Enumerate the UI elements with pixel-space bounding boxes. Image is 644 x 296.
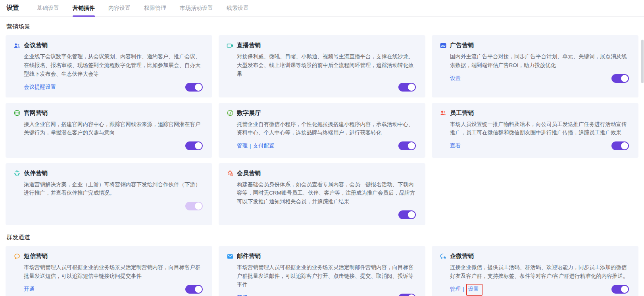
card-employee-marketing: 员工营销 市场人员设置统一推广物料及话术，向公司员工发送推广任务进行活动宣传推广… bbox=[432, 103, 638, 158]
ad-settings-link[interactable]: 设置 bbox=[450, 75, 461, 82]
member-star-icon bbox=[227, 170, 234, 177]
card-title: 企微营销 bbox=[450, 252, 474, 260]
annotation-red-box: 设置 bbox=[466, 284, 483, 296]
card-email-marketing: 邮件营销 市场营销管理人员可根据企业的业务场景灵活定制邮件营销内容，向目标客户群… bbox=[219, 246, 425, 296]
card-title: 邮件营销 bbox=[237, 252, 261, 260]
card-title: 数字展厅 bbox=[237, 109, 261, 117]
card-description: 渠道营销解决方案，企业（上游）可将营销内容下发给到合作伙伴（下游）进行推广，并查… bbox=[24, 180, 203, 198]
card-title: 官网营销 bbox=[24, 109, 48, 117]
partner-marketing-toggle[interactable] bbox=[185, 202, 203, 210]
wecom-chat-icon bbox=[440, 253, 447, 260]
nav-divider bbox=[28, 5, 28, 11]
email-activate-link[interactable]: 开通 bbox=[237, 294, 248, 296]
people-group-icon bbox=[13, 42, 21, 49]
card-title: 会议营销 bbox=[24, 42, 48, 49]
card-description: 连接企业微信，提供员工活码、群活码、欢迎语能力，同步员工添加的微信好友及客户群，… bbox=[450, 263, 629, 281]
card-title: 会员营销 bbox=[237, 170, 261, 177]
card-conference-marketing: 会议营销 企业线下会议数字化管理，从会议策划、内容制作、邀约客户、推广会议、在线… bbox=[6, 35, 212, 97]
website-marketing-toggle[interactable] bbox=[185, 141, 203, 150]
sms-activate-link[interactable]: 开通 bbox=[24, 286, 35, 293]
card-partner-marketing: 伙伴营销 渠道营销解决方案，企业（上游）可将营销内容下发给到合作伙伴（下游）进行… bbox=[6, 163, 212, 225]
card-title: 短信营销 bbox=[24, 252, 48, 260]
video-camera-icon bbox=[227, 42, 234, 49]
card-digital-showroom: 数字展厅 托管企业自有微信小程序，个性化拖拉拽搭建小程序内容，承载活动中心、资料… bbox=[219, 103, 425, 158]
card-description: 市场营销管理人员可根据企业的业务场景灵活定制营销内容，向目标客户群批量发送短信，… bbox=[24, 263, 203, 281]
top-nav: 设置 基础设置 营销插件 内容设置 权限管理 市场活动设置 线索设置 bbox=[0, 0, 644, 17]
mass-channels-grid: 短信营销 市场营销管理人员可根据企业的业务场景灵活定制营销内容，向目标客户群批量… bbox=[6, 246, 638, 296]
link-separator: | bbox=[463, 286, 464, 292]
employee-marketing-toggle[interactable] bbox=[611, 141, 629, 150]
partner-network-icon bbox=[13, 170, 21, 177]
card-ad-marketing: AD 广告营销 国内外主流广告平台对接，同步广告平台计划、单元、关键词，展点消及… bbox=[432, 35, 638, 97]
vertical-scrollbar-thumb[interactable] bbox=[641, 40, 644, 83]
card-wecom-marketing: 企微营销 连接企业微信，提供员工活码、群活码、欢迎语能力，同步员工添加的微信好友… bbox=[432, 246, 638, 296]
showroom-manage-link[interactable]: 管理 bbox=[237, 142, 248, 149]
card-description: 国内外主流广告平台对接，同步广告平台计划、单元、关键词，展点消及线索数据，端到端… bbox=[450, 52, 629, 70]
sms-marketing-toggle[interactable] bbox=[185, 285, 203, 294]
section-title-marketing-scenarios: 营销场景 bbox=[6, 23, 638, 31]
employee-marketing-view-link[interactable]: 查看 bbox=[450, 142, 461, 149]
globe-icon bbox=[13, 109, 21, 116]
svg-text:AD: AD bbox=[441, 44, 446, 48]
card-website-marketing: 官网营销 接入企业官网，搭建官网内容中心，跟踪官网线索来源，追踪官网潜在客户关键… bbox=[6, 103, 212, 158]
conference-marketing-toggle[interactable] bbox=[185, 83, 203, 92]
payment-config-link[interactable]: 支付配置 bbox=[253, 142, 275, 149]
tab-campaign-settings[interactable]: 市场活动设置 bbox=[180, 0, 213, 17]
conference-reminder-settings-link[interactable]: 会议提醒设置 bbox=[24, 84, 56, 91]
card-description: 托管企业自有微信小程序，个性化拖拉拽搭建小程序内容，承载活动中心、资料中心、个人… bbox=[237, 120, 416, 137]
main-content: 营销场景 会议营销 企业线下会议数字化管理，从会议策划、内容制作、邀约客户、推广… bbox=[0, 23, 644, 296]
card-description: 对接保利威、微吼、目睹、小鹅通、视频号主流直播平台，支撑在线沙龙、大型发布会、线… bbox=[237, 52, 416, 78]
card-title: 直播营销 bbox=[237, 42, 261, 49]
card-sms-marketing: 短信营销 市场营销管理人员可根据企业的业务场景灵活定制营销内容，向目标客户群批量… bbox=[6, 246, 212, 296]
livestream-marketing-toggle[interactable] bbox=[398, 83, 416, 92]
email-marketing-toggle[interactable] bbox=[398, 294, 416, 296]
tab-lead-settings[interactable]: 线索设置 bbox=[227, 0, 249, 17]
digital-showroom-toggle[interactable] bbox=[398, 141, 416, 150]
page-title: 设置 bbox=[6, 4, 19, 12]
tab-content-settings[interactable]: 内容设置 bbox=[108, 0, 131, 17]
tab-basic-settings[interactable]: 基础设置 bbox=[37, 0, 59, 17]
wecom-marketing-toggle[interactable] bbox=[611, 285, 629, 294]
tab-marketing-plugins[interactable]: 营销插件 bbox=[73, 0, 95, 17]
employees-icon bbox=[440, 109, 447, 116]
member-marketing-toggle[interactable] bbox=[398, 210, 416, 219]
mini-program-icon bbox=[227, 109, 234, 116]
card-description: 构建基础会员身份体系，如会员查看专属内容，会员一键报名活动、下载内容等，同时无C… bbox=[237, 180, 416, 206]
section-title-mass-channels: 群发通道 bbox=[6, 234, 638, 241]
card-description: 市场营销管理人员可根据企业的业务场景灵活定制邮件营销内容，向目标客户群批量发送邮… bbox=[237, 263, 416, 289]
card-title: 员工营销 bbox=[450, 109, 474, 117]
card-title: 广告营销 bbox=[450, 42, 474, 49]
card-description: 企业线下会议数字化管理，从会议策划、内容制作、邀约客户、推广会议、在线报名、报名… bbox=[24, 52, 203, 78]
wecom-settings-link[interactable]: 设置 bbox=[468, 286, 479, 292]
card-description: 市场人员设置统一推广物料及话术，向公司员工发送推广任务进行活动宣传推广，员工可在… bbox=[450, 120, 629, 137]
mail-icon bbox=[227, 253, 234, 260]
tab-permission-management[interactable]: 权限管理 bbox=[144, 0, 166, 17]
card-description: 接入企业官网，搭建官网内容中心，跟踪官网线索来源，追踪官网潜在客户关键行为，掌握… bbox=[24, 120, 203, 137]
card-member-marketing: 会员营销 构建基础会员身份体系，如会员查看专属内容，会员一键报名活动、下载内容等… bbox=[219, 163, 425, 225]
marketing-scenarios-grid: 会议营销 企业线下会议数字化管理，从会议策划、内容制作、邀约客户、推广会议、在线… bbox=[6, 35, 638, 225]
card-title: 伙伴营销 bbox=[24, 170, 48, 177]
ad-badge-icon: AD bbox=[440, 42, 447, 49]
wecom-manage-link[interactable]: 管理 bbox=[450, 286, 461, 293]
card-livestream-marketing: 直播营销 对接保利威、微吼、目睹、小鹅通、视频号主流直播平台，支撑在线沙龙、大型… bbox=[219, 35, 425, 97]
nav-tabs: 基础设置 营销插件 内容设置 权限管理 市场活动设置 线索设置 bbox=[37, 0, 262, 17]
sms-bubble-icon bbox=[13, 253, 21, 260]
ad-marketing-toggle[interactable] bbox=[611, 74, 629, 83]
link-separator: | bbox=[250, 143, 251, 149]
